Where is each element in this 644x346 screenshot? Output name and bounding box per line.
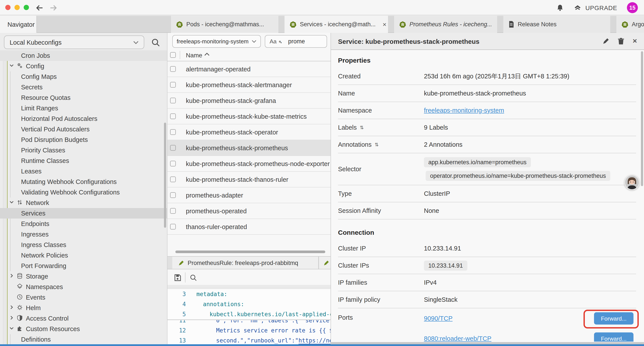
sidebar-item-access-control[interactable]: Access Control [0, 313, 167, 324]
horizontal-scrollbar[interactable] [175, 251, 325, 253]
window-close-button[interactable] [5, 5, 10, 10]
row-checkbox[interactable] [170, 224, 176, 230]
user-avatar[interactable] [624, 175, 640, 190]
chevron-down-icon[interactable] [9, 63, 14, 69]
detail-scrollbar[interactable] [641, 51, 643, 186]
row-checkbox[interactable] [170, 113, 176, 119]
editor-tab-prometheusrule[interactable]: PrometheusRule: freeleaps-prod-rabbitmq [172, 257, 319, 269]
sidebar-search-icon[interactable] [151, 38, 160, 47]
sidebar-item-network-policies[interactable]: Network Policies [0, 250, 167, 261]
chevron-down-icon[interactable] [9, 326, 14, 332]
tab-navigator[interactable]: Navigator [0, 16, 37, 33]
sidebar-item-custom-resources[interactable]: Custom Resources [0, 324, 167, 334]
row-checkbox[interactable] [170, 161, 176, 166]
table-row[interactable]: kube-prometheus-stack-alertmanager [168, 77, 330, 93]
sidebar-scrollbar[interactable] [164, 123, 166, 228]
table-row[interactable]: alertmanager-operated [168, 61, 330, 77]
namespace-filter[interactable]: freeleaps-monitoring-system [172, 35, 261, 48]
table-row[interactable]: kube-prometheus-stack-operator [168, 124, 330, 140]
sidebar-item-storage[interactable]: Storage [0, 271, 167, 282]
forward-arrow-icon[interactable] [49, 3, 58, 12]
regex-toggle[interactable]: ▪* [280, 38, 284, 45]
sidebar-item-config[interactable]: Config [0, 61, 167, 71]
port-link[interactable]: 8080:reloader-web/TCP [424, 335, 492, 342]
sidebar-item-definitions[interactable]: Definitions [0, 334, 167, 345]
chevron-right-icon[interactable] [9, 273, 14, 280]
close-tab-icon[interactable]: × [379, 20, 387, 28]
sidebar-item-ingresses[interactable]: Ingresses [0, 229, 167, 240]
window-tab-release-notes[interactable]: Release Notes [503, 16, 610, 33]
sidebar-item-vertical-pod-autoscalers[interactable]: Vertical Pod Autoscalers [0, 124, 167, 134]
sidebar-item-port-forwarding[interactable]: Port Forwarding [0, 261, 167, 271]
edit-icon[interactable] [602, 38, 609, 45]
editor-tab-next[interactable] [319, 257, 330, 269]
sidebar-item-priority-classes[interactable]: Priority Classes [0, 145, 167, 155]
window-minimize-button[interactable] [14, 5, 20, 10]
sidebar-item-horizontal-pod-autoscalers[interactable]: Horizontal Pod Autoscalers [0, 113, 167, 124]
row-checkbox[interactable] [170, 208, 176, 214]
sort-ascending-icon[interactable] [204, 52, 210, 56]
table-row[interactable]: kube-prometheus-stack-grafana [168, 93, 330, 109]
close-icon[interactable]: × [632, 38, 637, 45]
back-arrow-icon[interactable] [35, 3, 44, 12]
sidebar-item-config-maps[interactable]: Config Maps [0, 71, 167, 82]
sidebar-item-namespaces[interactable]: Namespaces [0, 282, 167, 292]
row-checkbox[interactable] [170, 145, 176, 151]
window-tab-argo-se[interactable]: Argo Se [616, 16, 644, 33]
forward-button[interactable]: Forward... [594, 312, 634, 325]
forward-button[interactable]: Forward... [594, 333, 634, 342]
namespace-link[interactable]: freeleaps-monitoring-system [424, 107, 636, 114]
table-row[interactable]: kube-prometheus-stack-thanos-ruler [168, 172, 330, 187]
table-row[interactable]: prometheus-adapter [168, 187, 330, 203]
sort-toggle-icon[interactable]: ⇅ [360, 125, 364, 130]
sidebar-item-runtime-classes[interactable]: Runtime Classes [0, 155, 167, 166]
table-header[interactable]: Name [168, 49, 330, 61]
table-row[interactable]: thanos-ruler-operated [168, 219, 330, 235]
row-checkbox[interactable] [170, 192, 176, 198]
sort-toggle-icon[interactable]: ⇅ [374, 142, 378, 147]
detail-bottom-scrollbar[interactable] [330, 342, 644, 344]
table-row[interactable]: kube-prometheus-stack-prometheus-node-ex… [168, 156, 330, 172]
chevron-down-icon[interactable] [9, 200, 14, 206]
window-tab-services-icecheng-math[interactable]: Services - icecheng@math...× [284, 16, 388, 33]
port-link[interactable]: 9090/TCP [424, 315, 453, 322]
sidebar-item-cron-jobs[interactable]: Cron Jobs [0, 50, 167, 61]
upgrade-button[interactable]: UPGRADE [574, 4, 617, 11]
table-row[interactable]: kube-prometheus-stack-kube-state-metrics [168, 109, 330, 124]
match-case-toggle[interactable]: Aa [270, 38, 277, 45]
bell-icon[interactable] [556, 4, 564, 11]
sidebar-item-ingress-classes[interactable]: Ingress Classes [0, 240, 167, 250]
window-zoom-button[interactable] [24, 5, 29, 10]
sidebar-item-secrets[interactable]: Secrets [0, 82, 167, 92]
row-checkbox[interactable] [170, 82, 176, 88]
window-tab-prometheus-rules-icecheng[interactable]: Prometheus Rules - icecheng... [394, 16, 497, 33]
list-search-input[interactable]: Aa ▪* prome [265, 35, 327, 48]
window-tab-pods-icecheng-mathmas[interactable]: Pods - icecheng@mathmas... [171, 16, 278, 33]
chevron-right-icon[interactable] [9, 315, 14, 322]
sidebar-item-network[interactable]: Network [0, 198, 167, 208]
sidebar-item-resource-quotas[interactable]: Resource Quotas [0, 92, 167, 103]
select-all-checkbox[interactable] [170, 52, 176, 58]
name-column-header[interactable]: Name [186, 49, 202, 61]
sidebar-item-leases[interactable]: Leases [0, 166, 167, 177]
yaml-editor[interactable]: 3metadata:4annotations:5kubectl.kubernet… [168, 289, 330, 346]
row-checkbox[interactable] [170, 129, 176, 135]
sidebar-item-events[interactable]: Events [0, 292, 167, 303]
sidebar-item-validating-webhook-configurations[interactable]: Validating Webhook Configurations [0, 187, 167, 198]
chevron-right-icon[interactable] [9, 305, 14, 311]
sidebar-item-endpoints[interactable]: Endpoints [0, 219, 167, 229]
sidebar-item-limit-ranges[interactable]: Limit Ranges [0, 103, 167, 113]
table-row[interactable]: kube-prometheus-stack-prometheus [168, 140, 330, 156]
editor-search-icon[interactable] [190, 274, 197, 282]
sidebar-item-mutating-webhook-configurations[interactable]: Mutating Webhook Configurations [0, 177, 167, 187]
notification-count-badge[interactable]: 15 [627, 2, 638, 13]
sidebar-item-services[interactable]: Services [0, 208, 167, 219]
kubeconfig-selector[interactable]: Local Kubeconfigs [4, 35, 144, 49]
table-row[interactable]: prometheus-operated [168, 203, 330, 219]
delete-icon[interactable] [618, 37, 624, 45]
save-icon[interactable] [174, 274, 182, 282]
row-checkbox[interactable] [170, 177, 176, 182]
sidebar-item-pod-disruption-budgets[interactable]: Pod Disruption Budgets [0, 134, 167, 145]
row-checkbox[interactable] [170, 66, 176, 72]
row-checkbox[interactable] [170, 98, 176, 103]
